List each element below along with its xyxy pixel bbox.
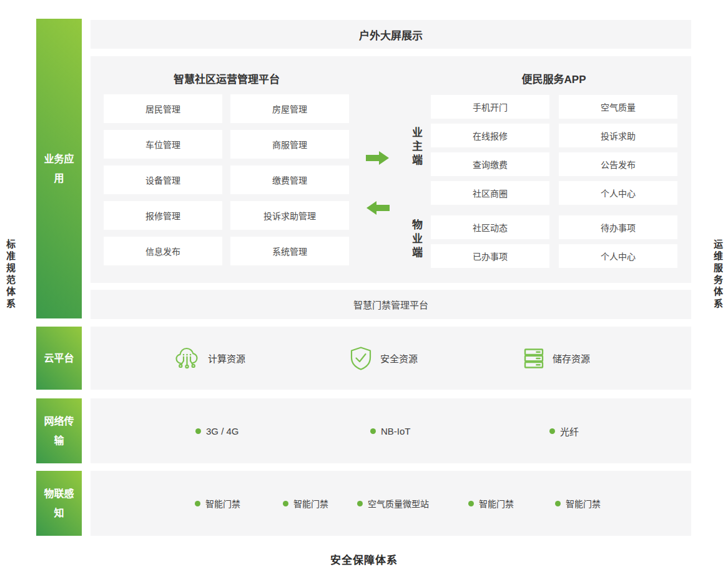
layer-business-application: 业务应用 [36,19,82,318]
platform-item: 居民管理 [104,94,222,123]
iot-item-label: 智能门禁 [566,497,601,510]
resource-security-label: 安全资源 [380,352,418,365]
platform-grid: 居民管理 房屋管理 车位管理 商服管理 设备管理 缴费管理 报修管理 投诉求助管… [104,94,349,265]
storage-icon [523,348,544,369]
network-transmission-row: 3G / 4G NB-IoT 光纤 [91,398,691,463]
network-item-label: NB-IoT [381,426,411,436]
network-item-label: 光纤 [560,425,579,438]
dot-icon [357,501,363,506]
owner-app-item: 手机开门 [431,95,549,119]
owner-side-label: 业主端 [408,127,424,168]
property-app-item: 已办事项 [431,244,549,268]
app-title: 便民服务APP [431,71,677,86]
property-app-item: 待办事项 [559,215,677,239]
layer-iot-perception: 物联感知 [36,471,82,536]
cloud-computing-icon [174,346,200,371]
network-item: 光纤 [549,398,579,463]
platform-item: 商服管理 [230,130,349,159]
gate-platform-title: 智慧门禁管理平台 [353,298,428,311]
gate-platform-bar: 智慧门禁管理平台 [91,290,691,319]
owner-app-grid: 手机开门 空气质量 在线报修 投诉求助 查询缴费 公告发布 社区商圈 个人中心 [431,95,677,205]
iot-item: 智能门禁 [555,471,601,536]
resource-security: 安全资源 [350,327,418,390]
platform-item: 信息发布 [104,237,222,265]
owner-app-item: 公告发布 [559,152,677,176]
shield-check-icon [350,346,372,371]
iot-item: 智能门禁 [283,471,328,536]
owner-app-item: 社区商圈 [431,181,549,205]
iot-item: 智能门禁 [468,471,514,536]
property-app-item: 社区动态 [431,215,549,239]
platform-item: 车位管理 [104,130,222,159]
resource-computing-label: 计算资源 [208,352,245,365]
outdoor-screen-bar: 户外大屏展示 [91,20,691,49]
resource-computing: 计算资源 [174,327,245,390]
bottom-system-label: 安全保障体系 [0,551,728,567]
right-system-label: 运维服务体系 [711,239,724,310]
property-app-item: 个人中心 [559,244,677,268]
platform-item: 缴费管理 [230,165,349,194]
owner-app-item: 个人中心 [559,181,677,205]
iot-perception-row: 智能门禁 智能门禁 空气质量微型站 智能门禁 智能门禁 [91,471,691,536]
iot-item-label: 智能门禁 [205,497,240,510]
iot-item: 空气质量微型站 [357,471,429,536]
dot-icon [549,428,555,434]
outdoor-screen-title: 户外大屏展示 [359,27,423,42]
network-item: 3G / 4G [195,398,239,463]
resource-storage: 储存资源 [523,327,590,390]
smart-community-architecture-diagram: 标准规范体系 运维服务体系 安全保障体系 业务应用 云平台 网络传输 物联感知 … [0,0,728,572]
layer-cloud-platform: 云平台 [36,327,82,390]
layer-network-label: 网络传输 [43,412,76,450]
owner-app-item: 空气质量 [559,95,677,119]
network-item-label: 3G / 4G [206,426,239,436]
platform-item: 系统管理 [230,237,349,265]
platform-title: 智慧社区运营管理平台 [104,71,350,86]
layer-iot-label: 物联感知 [43,484,76,523]
iot-item-label: 智能门禁 [479,497,514,510]
network-item: NB-IoT [370,398,411,463]
platform-item: 房屋管理 [230,94,349,123]
dot-icon [555,501,561,506]
platform-item: 设备管理 [104,165,222,194]
layer-network-transmission: 网络传输 [36,398,82,463]
iot-item-label: 智能门禁 [293,497,328,510]
iot-item: 智能门禁 [195,471,240,536]
platform-item: 投诉求助管理 [230,201,349,230]
dot-icon [468,501,474,506]
resource-storage-label: 储存资源 [553,352,590,365]
iot-item-label: 空气质量微型站 [368,497,429,510]
business-application-panel: 智慧社区运营管理平台 便民服务APP 居民管理 房屋管理 车位管理 商服管理 设… [91,56,691,283]
arrow-left-icon [366,200,390,215]
owner-app-item: 查询缴费 [431,152,549,176]
dot-icon [283,501,288,506]
property-app-grid: 社区动态 待办事项 已办事项 个人中心 [431,215,677,268]
arrow-right-icon [366,150,390,165]
platform-item: 报修管理 [104,201,222,230]
cloud-resources-row: 计算资源 安全资源 储存资源 [91,327,691,390]
property-side-label: 物业端 [408,219,424,260]
owner-app-item: 在线报修 [431,124,549,147]
dot-icon [195,428,201,434]
dot-icon [370,428,376,434]
layer-cloud-label: 云平台 [44,348,74,368]
dot-icon [195,501,200,506]
left-system-label: 标准规范体系 [4,239,17,310]
layer-business-label: 业务应用 [43,149,76,188]
owner-app-item: 投诉求助 [559,124,677,147]
